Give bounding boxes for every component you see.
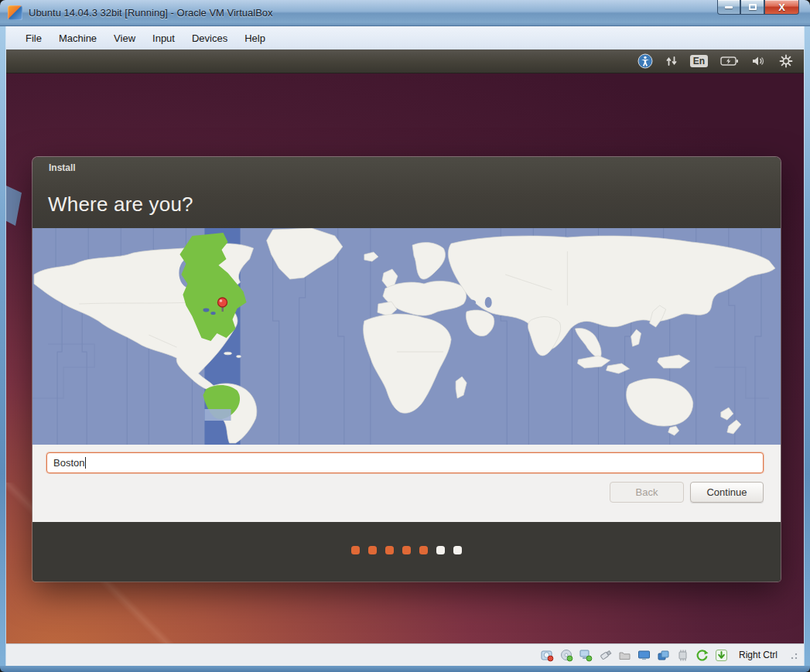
wallpaper-facet: [6, 186, 22, 226]
timezone-map[interactable]: [32, 228, 781, 445]
progress-dot: [385, 546, 394, 554]
progress-dot: [419, 546, 428, 554]
window-title: Ubuntu 14.04.3 32bit [Running] - Oracle …: [29, 7, 273, 19]
network-icon[interactable]: [579, 649, 593, 662]
menubar: File Machine View Input Devices Help: [6, 26, 804, 49]
city-input-value: Boston: [53, 457, 84, 469]
shared-folders-icon[interactable]: [618, 649, 631, 662]
video-capture-icon[interactable]: [657, 649, 670, 662]
ubuntu-top-panel: En: [6, 49, 804, 73]
usb-icon[interactable]: [599, 649, 612, 662]
optical-disc-icon[interactable]: [560, 649, 573, 662]
progress-dot: [436, 546, 445, 554]
close-button[interactable]: X: [764, 0, 799, 15]
page-title: Where are you?: [48, 193, 193, 217]
keyboard-layout-indicator[interactable]: En: [690, 53, 708, 70]
installer-form: Boston Back Continue: [32, 445, 781, 522]
session-gear-icon[interactable]: [779, 53, 793, 70]
network-arrows-icon[interactable]: [665, 53, 678, 70]
virtualbox-window: Ubuntu 14.04.3 32bit [Running] - Oracle …: [0, 0, 810, 672]
window-border-left: [0, 26, 6, 666]
progress-dots: [32, 546, 781, 554]
installer-footer: [32, 522, 781, 582]
menu-machine[interactable]: Machine: [50, 29, 105, 47]
harddisk-icon[interactable]: [541, 649, 554, 662]
host-key-label: Right Ctrl: [739, 650, 778, 660]
battery-icon[interactable]: [720, 53, 739, 70]
keyboard-layout-label: En: [690, 55, 708, 67]
display-icon[interactable]: [637, 649, 651, 662]
menu-file[interactable]: File: [17, 29, 50, 47]
progress-dot: [351, 546, 360, 554]
titlebar[interactable]: Ubuntu 14.04.3 32bit [Running] - Oracle …: [0, 0, 810, 26]
back-button[interactable]: Back: [610, 482, 684, 503]
close-icon: X: [778, 2, 785, 12]
statusbar: Right Ctrl: [6, 643, 804, 666]
features-chip-icon[interactable]: [676, 649, 689, 662]
progress-dot: [453, 546, 462, 554]
mouse-integration-icon[interactable]: [696, 649, 709, 662]
progress-dot: [368, 546, 377, 554]
installer-window: Install Where are you?: [32, 157, 781, 582]
installer-window-title: Install: [49, 162, 76, 173]
city-search-input[interactable]: Boston: [46, 452, 764, 473]
menu-devices[interactable]: Devices: [183, 29, 236, 47]
resize-grip[interactable]: [788, 650, 798, 660]
volume-icon[interactable]: [751, 53, 767, 70]
progress-dot: [402, 546, 411, 554]
installer-header: Install Where are you?: [32, 157, 781, 228]
maximize-button[interactable]: [740, 0, 764, 15]
continue-button[interactable]: Continue: [690, 482, 764, 503]
window-border-right: [804, 26, 810, 666]
menu-view[interactable]: View: [105, 29, 144, 47]
menu-input[interactable]: Input: [144, 29, 183, 47]
minimize-button[interactable]: [717, 0, 740, 15]
accessibility-icon[interactable]: [637, 53, 653, 70]
maximize-icon: [749, 4, 757, 10]
menu-help[interactable]: Help: [236, 29, 274, 47]
vm-screen: En: [6, 49, 804, 643]
text-caret: [85, 457, 86, 469]
minimize-icon: [725, 6, 733, 9]
virtualbox-logo-icon: [8, 5, 22, 20]
window-border-bottom: [0, 666, 810, 672]
keyboard-capture-icon[interactable]: [715, 649, 728, 662]
